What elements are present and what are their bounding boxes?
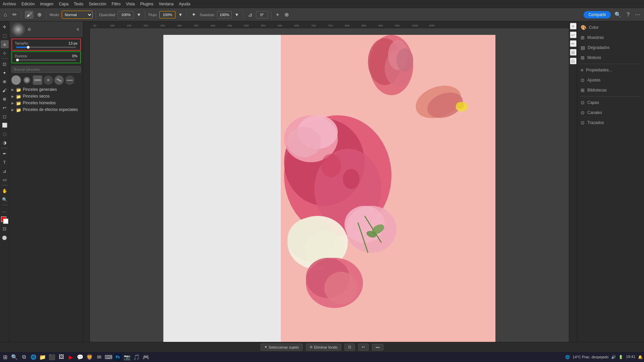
more-btn[interactable]: ⋯ <box>633 10 642 19</box>
brush-cat-secos[interactable]: ▶ 📁 Pinceles secos <box>9 93 83 100</box>
pressure-btn[interactable]: ⌖ <box>274 11 281 19</box>
path-tool[interactable]: ⊿ <box>1 167 9 175</box>
lasso-tool[interactable]: ⌾ <box>1 40 9 48</box>
task-view[interactable]: ⧉ <box>20 353 28 361</box>
explorer-icon[interactable]: 📁 <box>39 353 46 361</box>
crop-tool[interactable]: ⊡ <box>1 60 9 68</box>
fg-color[interactable] <box>1 217 8 224</box>
more-actions-btn[interactable]: ••• <box>372 344 383 351</box>
menu-vista[interactable]: Vista <box>126 2 135 6</box>
menu-capa[interactable]: Capa <box>59 2 68 6</box>
arrange-icon-btn[interactable]: ⊟ <box>570 58 577 64</box>
remove-bg-btn[interactable]: ⊘ Eliminar fondo <box>306 344 341 351</box>
mail-icon[interactable]: ✉ <box>95 353 103 361</box>
menu-archivo[interactable]: Archivo <box>3 2 16 6</box>
tab-motivos[interactable]: ⊞ Motivos <box>578 53 643 62</box>
zoom-tool[interactable]: 🔍 <box>1 195 9 203</box>
more-tools[interactable]: … <box>1 206 9 215</box>
flow-input[interactable] <box>159 11 175 18</box>
smooth-expand[interactable]: ▾ <box>234 10 240 19</box>
task-icon-extra[interactable]: 🎵 <box>133 353 140 361</box>
airbrush-btn[interactable]: ✦ <box>190 10 198 19</box>
opacity-expand[interactable]: ▾ <box>136 10 142 19</box>
tab-muestras[interactable]: ⊞ Muestras <box>578 33 643 42</box>
brush-tip-4[interactable] <box>44 75 53 85</box>
blur-tool[interactable]: ◌ <box>1 130 9 138</box>
history-tool[interactable]: ↩ <box>1 104 9 112</box>
tab-trazados[interactable]: ⊙ Trazados <box>578 118 643 127</box>
size-value[interactable]: 13 px <box>68 41 77 45</box>
menu-filtro[interactable]: Filtro <box>112 2 121 6</box>
eyedrop-tool[interactable]: ✦ <box>1 69 9 77</box>
select-tool[interactable]: ⊹ <box>1 49 9 57</box>
lightroom-icon[interactable]: 📷 <box>123 353 131 361</box>
share-button[interactable]: Compartir <box>584 11 611 18</box>
brush-tip-2[interactable] <box>23 77 30 83</box>
smooth-input[interactable] <box>217 11 232 18</box>
edge-icon[interactable]: 🌐 <box>30 353 37 361</box>
canvas-image[interactable] <box>163 35 495 343</box>
tab-bibliotecas[interactable]: ⊞ Bibliotecas <box>578 85 643 95</box>
game-icon[interactable]: 🎮 <box>142 353 150 361</box>
heal-tool[interactable]: ⊕ <box>1 77 9 85</box>
youtube-icon[interactable]: ▶ <box>67 353 74 361</box>
hand-tool[interactable]: ✋ <box>1 187 9 195</box>
gradient-tool[interactable]: ⬜ <box>1 121 9 129</box>
brush-tip-1[interactable] <box>11 75 21 85</box>
mask-mode-btn[interactable]: ⬤ <box>1 233 9 241</box>
brush-search-input[interactable] <box>11 66 81 73</box>
size-slider[interactable] <box>13 46 79 49</box>
tab-canales[interactable]: ⊙ Canales <box>578 108 643 117</box>
ps-icon[interactable]: Ps <box>114 353 121 361</box>
brush-tip-5[interactable] <box>54 75 64 85</box>
tab-degradados[interactable]: ▤ Degradados <box>578 43 643 52</box>
tab-color[interactable]: 🎨 Color <box>578 23 643 32</box>
action-btn-1[interactable]: ⊡ <box>344 344 355 351</box>
brush-tool[interactable]: 🖌 <box>1 86 9 94</box>
menu-imagen[interactable]: Imagen <box>40 2 53 6</box>
brush-tip-3[interactable] <box>33 75 42 85</box>
hardness-slider[interactable] <box>13 59 79 61</box>
help-btn[interactable]: ? <box>625 11 631 19</box>
brush-tip-6[interactable] <box>65 75 74 85</box>
properties-icon-btn[interactable]: ≡ <box>570 23 577 29</box>
menu-ventana[interactable]: Ventana <box>159 2 173 6</box>
stamp-tool[interactable]: ⊗ <box>1 95 9 103</box>
brush-cat-humedos[interactable]: ▶ 📁 Pinceles húmedos <box>9 100 83 106</box>
move-tool[interactable]: ✛ <box>1 23 9 31</box>
terminal-icon[interactable]: ⬛ <box>48 353 56 361</box>
brush-cat-general[interactable]: ▶ 📁 Pinceles generales <box>9 86 83 93</box>
menu-plugins[interactable]: Plugins <box>140 2 153 6</box>
start-btn[interactable]: ⊞ <box>1 353 9 361</box>
eraser-tool[interactable]: ◻ <box>1 112 9 120</box>
symmetry-btn[interactable]: ⊗ <box>283 10 290 19</box>
pen-tool[interactable]: ✒ <box>1 149 9 158</box>
edit-icon-btn[interactable]: ✏ <box>570 40 577 47</box>
home-btn[interactable]: ⌂ <box>2 11 9 19</box>
tab-ajustes[interactable]: ⊙ Ajustes <box>578 75 643 85</box>
hardness-value[interactable]: 0% <box>72 54 77 58</box>
whatsapp-icon[interactable]: 💬 <box>76 353 84 361</box>
menu-ayuda[interactable]: Ayuda <box>179 2 190 6</box>
search-task[interactable]: 🔍 <box>11 353 18 361</box>
mode-select[interactable]: Normal Disolver Oscurecer Multiplicar Ac… <box>62 11 92 18</box>
marquee-tool[interactable]: ⬚ <box>1 32 9 40</box>
photos-icon[interactable]: 🖼 <box>58 353 65 361</box>
type-tool[interactable]: T <box>1 158 9 166</box>
tab-capas[interactable]: ⊙ Capas <box>578 98 643 107</box>
flow-expand[interactable]: ▾ <box>177 10 183 19</box>
brush-tool-btn[interactable]: 🖌 <box>25 11 34 19</box>
align-icon-btn[interactable]: ⊞ <box>570 49 577 56</box>
menu-seleccion[interactable]: Selección <box>89 2 106 6</box>
dodge-tool[interactable]: ◑ <box>1 138 9 146</box>
close-panel-btn[interactable]: ✕ <box>76 27 79 32</box>
canvas-area[interactable]: 50 100 150 200 250 300 350 400 450 500 5… <box>83 21 569 352</box>
search-btn[interactable]: 🔍 <box>613 10 623 19</box>
brave-icon[interactable]: 🦁 <box>86 353 93 361</box>
healing-btn[interactable]: ⊕ <box>36 10 43 19</box>
tab-propiedades[interactable]: ≡ Propiedades... <box>578 65 643 75</box>
menu-edicion[interactable]: Edición <box>21 2 35 6</box>
action-btn-2[interactable]: ↩ <box>358 344 369 351</box>
pencil-btn[interactable]: ✏ <box>11 10 18 19</box>
notification-icon[interactable]: 🔔 <box>638 355 643 359</box>
